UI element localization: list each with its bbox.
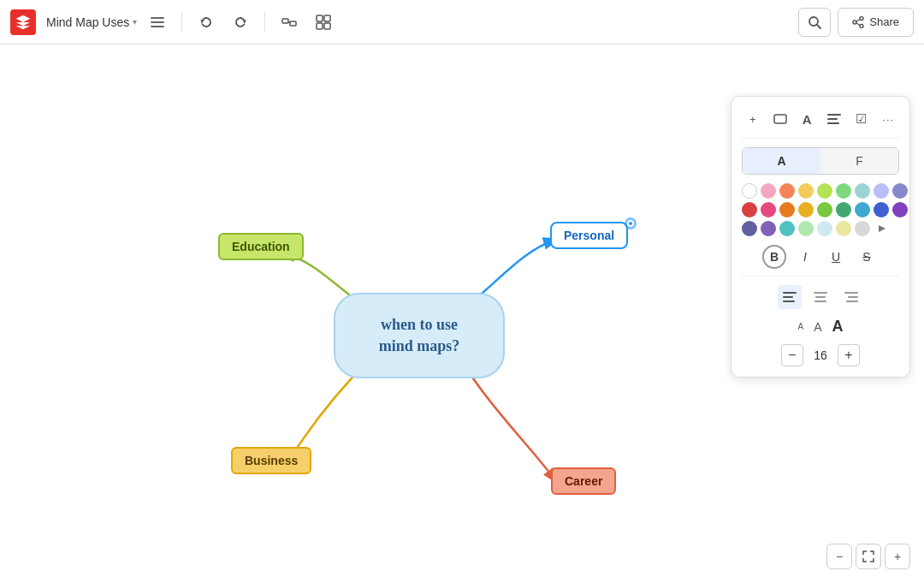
color-swatch-12[interactable] [798,202,814,217]
svg-rect-0 [151,17,164,19]
title-dropdown-icon: ▾ [133,17,137,27]
underline-button[interactable]: U [824,245,848,269]
svg-rect-20 [774,115,786,123]
redo-button[interactable] [227,9,254,36]
text-size-small[interactable]: A [797,322,803,331]
strikethrough-button[interactable]: S [855,245,879,269]
panel-plus-button[interactable]: + [742,107,764,131]
color-grid [742,183,899,236]
canvas-area[interactable]: when to usemind maps? Education Personal… [0,45,924,583]
color-swatch-16[interactable] [874,202,889,217]
svg-rect-22 [827,118,838,120]
text-size-large[interactable]: A [832,318,844,336]
color-swatch-empty[interactable] [742,183,757,199]
zoom-in-button[interactable]: + [885,544,910,569]
font-size-value: 16 [810,348,831,362]
frame-button[interactable] [310,9,337,36]
alignment-row [742,285,899,309]
svg-marker-24 [879,225,886,232]
svg-rect-6 [317,15,323,21]
svg-point-19 [629,222,632,225]
color-swatch-7[interactable] [874,183,889,199]
svg-rect-26 [783,296,793,298]
connect-button[interactable] [275,9,303,36]
personal-node[interactable]: Personal [550,222,628,249]
menu-button[interactable] [144,9,171,36]
panel-format-button[interactable] [823,107,845,131]
center-node[interactable]: when to usemind maps? [334,293,505,378]
panel-toolbar: + A ☑ ··· [742,107,899,139]
color-more-button[interactable] [874,221,889,236]
career-node[interactable]: Career [551,467,616,495]
color-swatch-5[interactable] [836,183,851,199]
business-node[interactable]: Business [231,447,311,474]
color-swatch-6[interactable] [855,183,870,199]
svg-rect-32 [848,296,858,298]
text-size-medium[interactable]: A [814,320,821,334]
svg-rect-25 [783,292,797,294]
zoom-controls: − + [826,544,910,569]
color-swatch-23[interactable] [836,221,851,236]
color-swatch-18[interactable] [742,221,757,236]
logo-button[interactable] [10,9,36,35]
svg-rect-9 [324,23,330,29]
color-swatch-3[interactable] [798,183,814,199]
text-format-row: B I U S [742,245,899,277]
font-size-row: − 16 + [742,344,899,366]
education-node[interactable]: Education [218,233,304,260]
italic-button[interactable]: I [793,245,817,269]
share-button[interactable]: Share [838,8,914,37]
personal-node-label: Personal [564,229,614,242]
svg-rect-3 [282,19,288,23]
color-swatch-22[interactable] [817,221,832,236]
color-swatch-8[interactable] [892,183,908,199]
svg-line-15 [856,19,860,21]
font-size-increase-button[interactable]: + [838,344,860,366]
color-swatch-14[interactable] [836,202,851,217]
format-panel: + A ☑ ··· A F B I U S [731,96,910,378]
color-swatch-1[interactable] [761,183,776,199]
panel-check-button[interactable]: ☑ [850,107,873,131]
color-swatch-20[interactable] [779,221,795,236]
business-node-label: Business [245,454,298,467]
svg-rect-30 [814,300,826,302]
color-swatch-11[interactable] [779,202,795,217]
color-swatch-15[interactable] [855,202,870,217]
color-swatch-4[interactable] [817,183,832,199]
main-toolbar: Mind Map Uses ▾ Share [0,0,924,45]
svg-rect-23 [827,122,839,124]
align-center-button[interactable] [808,285,832,309]
color-swatch-10[interactable] [761,202,776,217]
share-label: Share [869,15,899,28]
panel-text-button[interactable]: A [796,107,818,131]
tab-f[interactable]: F [820,148,898,174]
title-area[interactable]: Mind Map Uses ▾ [46,15,137,29]
color-swatch-19[interactable] [761,221,776,236]
svg-rect-33 [846,300,858,302]
color-swatch-9[interactable] [742,202,757,217]
svg-point-14 [853,21,856,24]
bold-button[interactable]: B [762,245,786,269]
color-swatch-13[interactable] [817,202,832,217]
toolbar-divider-2 [264,12,265,33]
svg-line-16 [856,23,860,26]
zoom-fit-button[interactable] [856,544,881,569]
tab-a[interactable]: A [743,148,820,174]
align-left-button[interactable] [778,285,802,309]
color-swatch-2[interactable] [779,183,795,199]
color-swatch-21[interactable] [798,221,814,236]
svg-rect-29 [815,296,826,298]
undo-button[interactable] [192,9,220,36]
svg-rect-1 [151,21,164,23]
color-swatch-24[interactable] [855,221,870,236]
personal-node-pin[interactable] [623,216,637,229]
font-size-decrease-button[interactable]: − [781,344,803,366]
panel-rect-button[interactable] [769,107,791,131]
align-right-button[interactable] [839,285,863,309]
panel-more-button[interactable]: ··· [877,107,899,131]
search-button[interactable] [798,8,831,37]
svg-rect-4 [290,21,296,26]
color-swatch-17[interactable] [892,202,908,217]
svg-rect-27 [783,300,795,302]
zoom-out-button[interactable]: − [826,544,852,569]
